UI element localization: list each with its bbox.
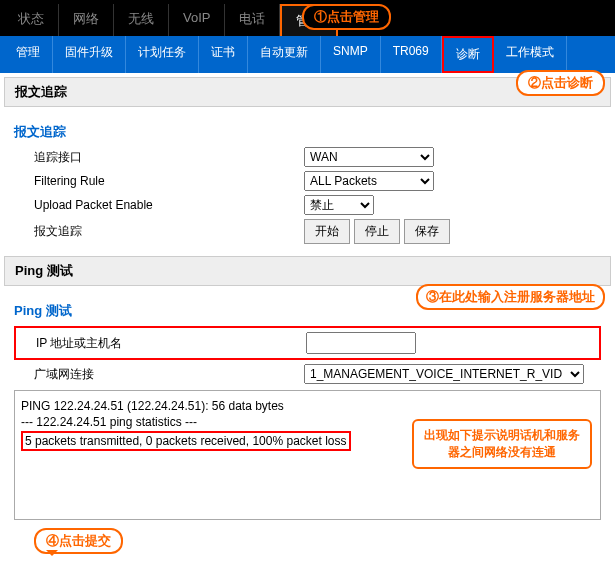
annotation-3: ③在此处输入注册服务器地址	[416, 284, 605, 310]
trace-action-label: 报文追踪	[14, 223, 304, 240]
trace-iface-label: 追踪接口	[14, 149, 304, 166]
ip-host-label: IP 地址或主机名	[16, 335, 306, 352]
trace-content: 报文追踪 追踪接口 WAN Filtering Rule ALL Packets…	[0, 111, 615, 252]
tab-status[interactable]: 状态	[4, 4, 59, 36]
trace-title: 报文追踪	[14, 123, 601, 141]
trace-iface-select[interactable]: WAN	[304, 147, 434, 167]
tab-voip[interactable]: VoIP	[169, 4, 225, 36]
subtab-schedule[interactable]: 计划任务	[126, 36, 199, 73]
subtab-manage[interactable]: 管理	[4, 36, 53, 73]
subtab-snmp[interactable]: SNMP	[321, 36, 381, 73]
upload-enable-select[interactable]: 禁止	[304, 195, 374, 215]
stop-button[interactable]: 停止	[354, 219, 400, 244]
subtab-diagnose[interactable]: 诊断	[442, 36, 494, 73]
save-button[interactable]: 保存	[404, 219, 450, 244]
ping-results: PING 122.24.24.51 (122.24.24.51): 56 dat…	[14, 390, 601, 520]
ping-content: ③在此处输入注册服务器地址 Ping 测试 IP 地址或主机名 广域网连接 1_…	[0, 290, 615, 566]
subtab-workmode[interactable]: 工作模式	[494, 36, 567, 73]
subtab-cert[interactable]: 证书	[199, 36, 248, 73]
callout-box: 出现如下提示说明话机和服务器之间网络没有连通	[412, 419, 592, 469]
section-ping-header: Ping 测试	[4, 256, 611, 286]
annotation-2: ②点击诊断	[516, 70, 605, 96]
subtab-autoupdate[interactable]: 自动更新	[248, 36, 321, 73]
upload-enable-label: Upload Packet Enable	[14, 198, 304, 212]
tab-phone[interactable]: 电话	[225, 4, 280, 36]
result-line-3: 5 packets transmitted, 0 packets receive…	[21, 431, 351, 451]
top-nav: 状态 网络 无线 VoIP 电话 管理 ①点击管理	[0, 0, 615, 36]
start-button[interactable]: 开始	[304, 219, 350, 244]
filter-rule-label: Filtering Rule	[14, 174, 304, 188]
subtab-firmware[interactable]: 固件升级	[53, 36, 126, 73]
filter-rule-select[interactable]: ALL Packets	[304, 171, 434, 191]
annotation-4: ④点击提交	[34, 528, 123, 554]
tab-network[interactable]: 网络	[59, 4, 114, 36]
annotation-1: ①点击管理	[302, 4, 391, 30]
tab-wireless[interactable]: 无线	[114, 4, 169, 36]
sub-nav: 管理 固件升级 计划任务 证书 自动更新 SNMP TR069 诊断 工作模式 …	[0, 36, 615, 73]
result-line-1: PING 122.24.24.51 (122.24.24.51): 56 dat…	[21, 399, 594, 413]
subtab-tr069[interactable]: TR069	[381, 36, 442, 73]
ip-host-input[interactable]	[306, 332, 416, 354]
wan-conn-select[interactable]: 1_MANAGEMENT_VOICE_INTERNET_R_VID	[304, 364, 584, 384]
wan-conn-label: 广域网连接	[14, 366, 304, 383]
